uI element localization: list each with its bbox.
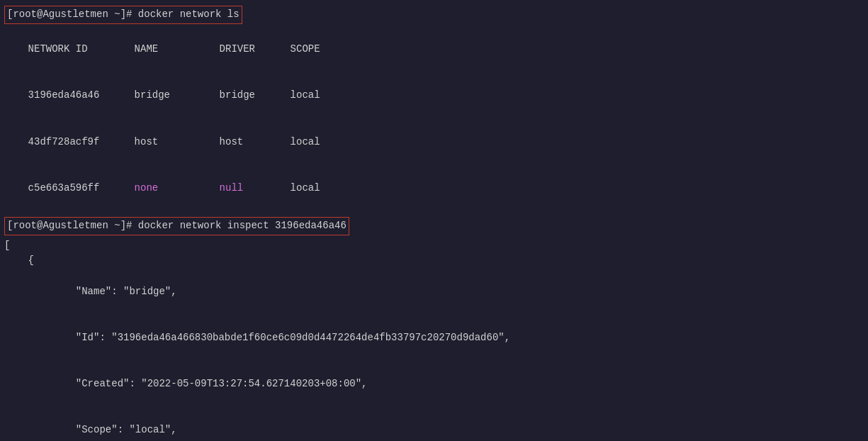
command2-box: [root@Agustletmen ~]# docker network ins… <box>4 217 349 235</box>
col-header-scope: SCOPE <box>291 42 347 57</box>
row3-id: c5e663a596ff <box>28 181 135 196</box>
row1-id: 3196eda46a46 <box>28 88 135 104</box>
json-name-line: "Name": "bridge", <box>4 269 864 315</box>
table-row-2: 43df728acf9fhost host local <box>4 119 864 165</box>
row2-id: 43df728acf9f <box>28 135 135 150</box>
command2-text: [root@Agustletmen ~]# docker network ins… <box>7 218 346 234</box>
command1-text: [root@Agustletmen ~]# docker network ls <box>7 7 239 23</box>
row2-scope: local <box>291 135 347 150</box>
table-row-1: 3196eda46a46bridge bridge local <box>4 73 864 119</box>
row1-scope: local <box>291 88 347 104</box>
row3-driver: null <box>220 181 291 196</box>
table-header-row: NETWORK IDNAMEDRIVERSCOPE <box>4 27 864 73</box>
row2-driver: host <box>220 135 291 150</box>
row1-name: bridge <box>135 88 220 104</box>
command1-box: [root@Agustletmen ~]# docker network ls <box>4 6 242 24</box>
col-header-network-id: NETWORK ID <box>28 42 135 57</box>
json-created-line: "Created": "2022-05-09T13:27:54.62714020… <box>4 361 864 407</box>
json-id-line: "Id": "3196eda46a466830babde1f60ce6c09d0… <box>4 315 864 361</box>
json-open-bracket: [ <box>4 238 864 254</box>
json-open-brace: { <box>4 253 864 269</box>
row3-name: none <box>135 181 220 196</box>
terminal: [root@Agustletmen ~]# docker network ls … <box>0 0 868 441</box>
table-row-3: c5e663a596ffnone null local <box>4 165 864 211</box>
col-header-name: NAME <box>135 42 220 57</box>
col-header-driver: DRIVER <box>220 42 291 57</box>
row2-name: host <box>135 135 220 150</box>
json-scope-line: "Scope": "local", <box>4 407 864 441</box>
row1-driver: bridge <box>220 88 291 104</box>
row3-scope: local <box>291 181 347 196</box>
